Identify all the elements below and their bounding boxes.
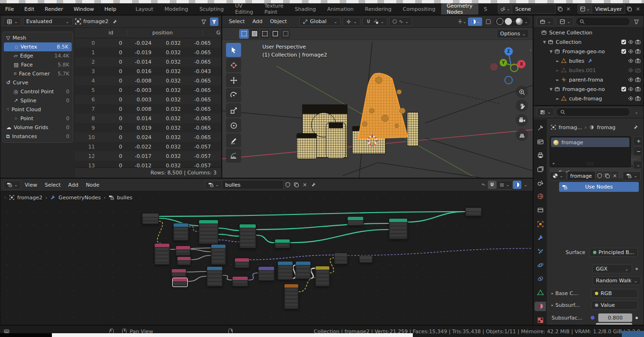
pivot-dropdown[interactable]: ⌄ xyxy=(343,17,360,26)
eye-icon[interactable] xyxy=(628,86,634,92)
cam-icon[interactable] xyxy=(635,86,641,92)
node-purple-14[interactable] xyxy=(258,266,275,281)
menu-file[interactable]: File xyxy=(0,6,19,12)
node-blue-16[interactable] xyxy=(295,261,311,279)
properties-tab-collection[interactable] xyxy=(535,205,546,215)
material-copy-icon[interactable] xyxy=(604,172,611,180)
check-icon[interactable] xyxy=(621,49,627,54)
viewlayer-selector[interactable]: ⌄ ViewLayer ✕ xyxy=(577,4,642,14)
material-slot-row[interactable]: fromage xyxy=(551,138,629,147)
properties-tab-data[interactable] xyxy=(535,288,546,297)
node-header[interactable] xyxy=(284,284,298,288)
scene-copy-icon[interactable] xyxy=(556,5,564,13)
cam-icon[interactable] xyxy=(635,49,641,54)
subsurface-value-button[interactable]: Value xyxy=(591,301,638,310)
cam-icon[interactable] xyxy=(635,96,641,101)
node-red-6[interactable] xyxy=(176,246,191,256)
scale-tool-icon[interactable] xyxy=(226,103,241,117)
outliner-display-mode[interactable]: ⌄ xyxy=(556,17,574,26)
domain-control-point[interactable]: ◎Control Point0 xyxy=(3,87,73,96)
node-header[interactable] xyxy=(466,208,481,211)
rotate-tool-icon[interactable] xyxy=(226,88,241,102)
slot-expand-arrow[interactable]: ▸ xyxy=(553,161,555,165)
properties-tab-constraints[interactable] xyxy=(535,274,546,284)
expand-arrow[interactable]: ▼ xyxy=(550,49,554,54)
anim-dot[interactable] xyxy=(636,268,638,270)
pan-hand-icon[interactable] xyxy=(516,99,528,112)
properties-tab-tool[interactable] xyxy=(535,123,546,132)
workspace-tab-shading[interactable]: Shading xyxy=(289,3,322,15)
outliner-item-scene-collection[interactable]: Scene Collection xyxy=(534,28,644,37)
workspace-tab-sculpting[interactable]: Sculpting xyxy=(194,3,229,15)
domain-edge[interactable]: ▱Edge14.4K xyxy=(3,51,73,60)
tweak-tool-icon[interactable] xyxy=(226,43,241,57)
node-blue-8[interactable] xyxy=(211,244,226,265)
eye-icon[interactable] xyxy=(628,39,634,45)
properties-tab-material[interactable] xyxy=(535,302,546,311)
select-mode-subtract[interactable] xyxy=(260,29,269,39)
viewlayer-icon[interactable]: ⌄ xyxy=(577,4,593,14)
workspace-tab-modeling[interactable]: Modeling xyxy=(159,3,194,15)
outliner-item-collection[interactable]: ▼Collection xyxy=(534,37,644,47)
node-red-11[interactable] xyxy=(172,278,188,287)
properties-pin-icon[interactable] xyxy=(631,123,640,132)
expand-arrow[interactable]: ▼ xyxy=(550,87,554,91)
eye-icon[interactable] xyxy=(628,77,634,82)
viewlayer-name[interactable]: ViewLayer xyxy=(592,4,625,14)
domain-point[interactable]: ⁘Point0 xyxy=(3,114,73,123)
editor-type-outliner-icon[interactable]: ⌄ xyxy=(536,17,554,26)
node-overlays-dropdown[interactable]: ⌄ xyxy=(521,181,530,189)
nodetree-pin-icon[interactable] xyxy=(309,181,318,189)
outliner-item-bulles[interactable]: ►bulles xyxy=(534,56,644,66)
annotate-tool-icon[interactable] xyxy=(226,133,241,148)
menu-render[interactable]: Render xyxy=(40,6,68,12)
menu-window[interactable]: Window xyxy=(68,6,99,12)
eye-icon[interactable] xyxy=(628,49,634,54)
breadcrumb-object-name[interactable]: fromage2 xyxy=(17,195,42,201)
spreadsheet-mode-dropdown[interactable]: Evaluated⌄ xyxy=(23,17,73,26)
viewport-menu-add[interactable]: Add xyxy=(249,18,266,25)
node-header[interactable] xyxy=(176,246,190,249)
outliner-item-parent-froma[interactable]: ►parent-froma xyxy=(534,75,644,84)
browse-nodetree-icon[interactable]: ⌄ xyxy=(205,181,223,189)
list-resize-grip[interactable]: :::: xyxy=(587,162,594,166)
domain-face-corner[interactable]: ⌗Face Corner5.7K xyxy=(3,69,73,78)
outliner-filter-icon[interactable] xyxy=(632,17,641,26)
editor-type-properties-icon[interactable]: ⌄ xyxy=(536,107,554,116)
snap-toggle[interactable]: ⌄ xyxy=(362,17,388,26)
workspace-tab-layout[interactable]: Layout xyxy=(130,3,159,15)
select-mode-new[interactable] xyxy=(239,29,249,39)
check-icon[interactable] xyxy=(621,86,627,92)
domain-mesh[interactable]: ▽Mesh xyxy=(3,33,73,42)
node-teal-4[interactable] xyxy=(275,239,290,248)
node-red-9[interactable] xyxy=(234,258,250,268)
options-dropdown[interactable]: Options⌄ xyxy=(497,29,529,38)
properties-search-input[interactable] xyxy=(556,107,630,116)
node-snap-mode[interactable]: ⊞⌄ xyxy=(496,181,513,189)
viewlayer-copy-icon[interactable] xyxy=(625,5,634,13)
node-header[interactable] xyxy=(240,224,256,228)
node-header[interactable] xyxy=(296,262,310,265)
breadcrumb-material[interactable]: fromag xyxy=(597,124,615,131)
node-red-13[interactable] xyxy=(232,276,248,287)
node-dark-23[interactable] xyxy=(465,207,482,216)
node-blue-12[interactable] xyxy=(207,266,223,287)
filter-funnel-icon[interactable] xyxy=(210,17,218,26)
cursor-tool-icon[interactable] xyxy=(226,58,241,72)
node-blue-1[interactable] xyxy=(173,223,189,241)
ortho-grid-icon[interactable] xyxy=(516,129,528,141)
node-dark-0[interactable] xyxy=(142,213,159,224)
expand-arrow[interactable]: ► xyxy=(556,59,561,63)
shading-wireframe-icon[interactable] xyxy=(496,18,503,25)
orientation-dropdown[interactable]: Global⌄ xyxy=(299,17,341,26)
material-unlink-icon[interactable]: ✕ xyxy=(611,172,618,180)
node-overlays-toggle[interactable] xyxy=(513,181,521,189)
node-orange-18[interactable] xyxy=(284,284,299,309)
node-dark-19[interactable] xyxy=(334,253,348,264)
node-header[interactable] xyxy=(389,219,407,222)
workspace-tab-s[interactable]: S xyxy=(478,3,493,15)
shading-solid-icon[interactable] xyxy=(505,18,512,25)
eye-icon[interactable] xyxy=(628,67,634,73)
expand-arrow[interactable]: ► xyxy=(556,97,561,101)
node-teal-21[interactable] xyxy=(347,216,364,226)
